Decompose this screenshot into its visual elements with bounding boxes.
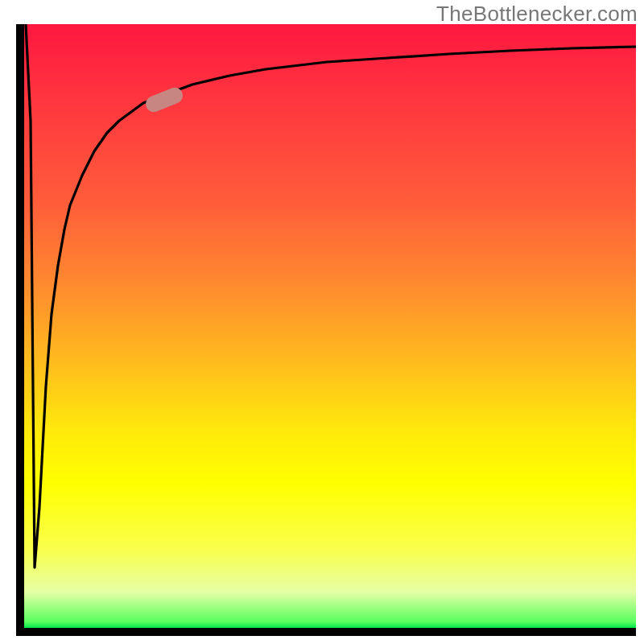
bottleneck-curve-path [26,24,636,568]
watermark-text: TheBottlenecker.com [436,2,638,27]
curve-layer [24,24,636,628]
plot-axes [16,24,636,636]
bottleneck-chart: TheBottlenecker.com [0,0,644,644]
